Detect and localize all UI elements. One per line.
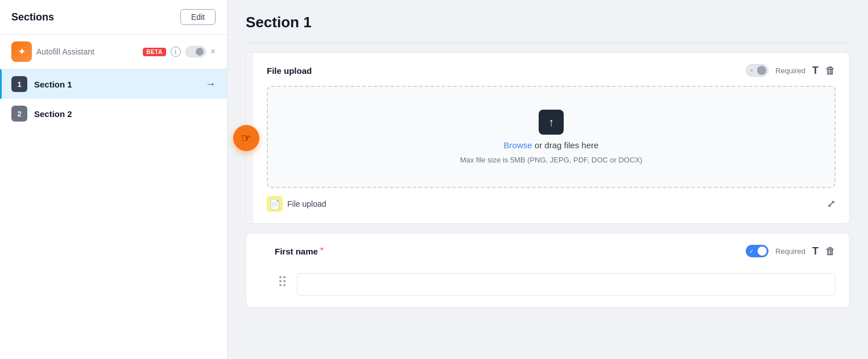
drag-handle-button[interactable]: ☞: [233, 125, 259, 151]
first-name-controls: ✓ Required T 🗑: [746, 245, 836, 257]
file-upload-text-icon[interactable]: T: [812, 65, 819, 77]
autofill-bar: ✦ Autofill Assistant BETA i ×: [0, 35, 227, 69]
first-name-card-header: First name * ✓ Required T 🗑: [275, 245, 836, 257]
section1-name: Section 1: [34, 80, 199, 89]
drag-dot: [279, 280, 282, 282]
drag-dot: [279, 276, 282, 278]
info-icon[interactable]: i: [171, 47, 181, 57]
sidebar: Sections Edit ✦ Autofill Assistant BETA …: [0, 0, 228, 359]
hand-icon: ☞: [241, 131, 251, 145]
drag-dot: [283, 284, 286, 286]
first-name-delete-icon[interactable]: 🗑: [825, 245, 836, 257]
upload-arrow-icon: ↑: [548, 116, 554, 129]
drag-text: or drag files here: [535, 140, 599, 150]
file-upload-required-text: Required: [775, 66, 805, 75]
file-upload-controls: × Required T 🗑: [746, 64, 836, 77]
upload-text: Browse or drag files here: [504, 140, 599, 150]
file-upload-card: File upload × Required T 🗑 ↑ Browse or d…: [246, 52, 850, 224]
toggle-x-icon: ×: [750, 68, 753, 74]
autofill-close-icon[interactable]: ×: [210, 47, 216, 56]
upload-icon-box: ↑: [539, 110, 564, 135]
file-upload-card-header: File upload × Required T 🗑: [267, 64, 836, 77]
edit-button[interactable]: Edit: [180, 9, 216, 25]
file-type-icon: 📄: [267, 196, 283, 212]
beta-badge: BETA: [143, 48, 166, 56]
drag-dot: [283, 280, 286, 282]
section1-number: 1: [11, 76, 27, 92]
file-upload-label: File upload: [267, 66, 312, 76]
drag-dot: [283, 276, 286, 278]
upload-hint: Max file size is 5MB (PNG, JEPG, PDF, DO…: [460, 156, 643, 164]
resize-icon[interactable]: ⤢: [827, 198, 836, 210]
sidebar-item-section1[interactable]: 1 Section 1 →: [0, 69, 227, 99]
main-content: Section 1 File upload × Required T 🗑 ↑ B…: [228, 0, 868, 359]
autofill-icon: ✦: [11, 41, 32, 62]
sidebar-item-section2[interactable]: 2 Section 2: [0, 99, 227, 128]
file-upload-area[interactable]: ↑ Browse or drag files here Max file siz…: [267, 86, 836, 188]
sparkle-icon: ✦: [18, 45, 26, 58]
sidebar-title: Sections: [11, 11, 54, 23]
section-divider: [246, 43, 850, 43]
section1-arrow-icon: →: [205, 78, 216, 90]
section2-name: Section 2: [34, 109, 216, 119]
first-name-text-icon[interactable]: T: [812, 245, 819, 257]
first-name-required-toggle[interactable]: ✓: [746, 245, 768, 257]
section2-number: 2: [11, 106, 27, 122]
browse-link[interactable]: Browse: [504, 140, 532, 150]
file-footer-left: 📄 File upload: [267, 196, 326, 212]
toggle-thumb: [757, 66, 766, 75]
first-name-label: First name: [275, 247, 318, 256]
drag-dots-handle[interactable]: [275, 272, 290, 291]
first-name-card: First name * ✓ Required T 🗑: [246, 233, 850, 308]
sidebar-header: Sections Edit: [0, 0, 227, 35]
autofill-toggle[interactable]: [185, 46, 206, 57]
drag-dot: [279, 284, 282, 286]
first-name-input-row: [275, 266, 836, 296]
required-star: *: [320, 246, 324, 256]
first-name-toggle-thumb: [758, 247, 767, 256]
file-footer-label: File upload: [287, 199, 326, 208]
file-upload-delete-icon[interactable]: 🗑: [825, 65, 836, 77]
autofill-toggle-thumb: [196, 48, 204, 56]
autofill-label: Autofill Assistant: [36, 47, 138, 56]
file-upload-required-toggle[interactable]: ×: [746, 64, 768, 77]
page-title: Section 1: [246, 14, 850, 31]
file-upload-footer: 📄 File upload ⤢: [267, 196, 836, 212]
first-name-input-preview[interactable]: [297, 273, 836, 296]
first-name-required-text: Required: [775, 247, 805, 256]
